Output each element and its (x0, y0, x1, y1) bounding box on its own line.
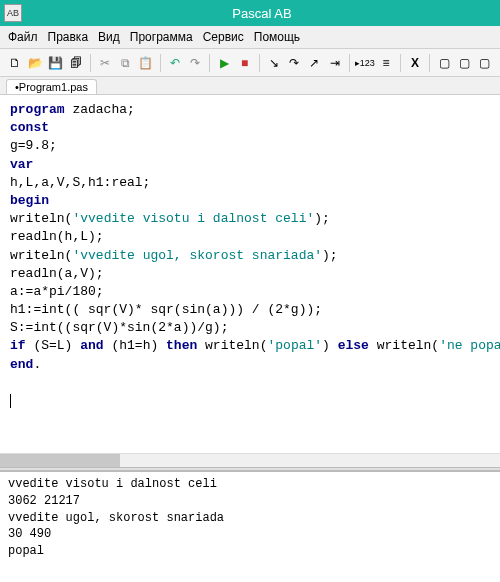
kw: if (10, 338, 26, 353)
output-line: popal (8, 544, 44, 558)
separator-icon (160, 54, 161, 72)
tabbar: •Program1.pas (0, 77, 500, 95)
step-over-icon[interactable]: ↷ (285, 53, 303, 73)
code-text: (h1=h) (104, 338, 166, 353)
separator-icon (349, 54, 350, 72)
str: 'ne popal' (439, 338, 500, 353)
new-file-icon[interactable]: 🗋 (6, 53, 24, 73)
kw: program (10, 102, 65, 117)
toolbar-x-icon[interactable]: X (406, 53, 424, 73)
menubar: Файл Правка Вид Программа Сервис Помощь (0, 26, 500, 49)
code-text: writeln( (369, 338, 439, 353)
copy-icon[interactable]: ⧉ (116, 53, 134, 73)
kw: then (166, 338, 197, 353)
code-text: zadacha; (65, 102, 135, 117)
str: 'vvedite visotu i dalnost celi' (72, 211, 314, 226)
horizontal-scrollbar[interactable] (0, 453, 500, 467)
redo-icon[interactable]: ↷ (186, 53, 204, 73)
kw: and (80, 338, 103, 353)
code-text: a:=a*pi/180; (10, 284, 104, 299)
menu-view[interactable]: Вид (98, 30, 120, 44)
separator-icon (90, 54, 91, 72)
tab-program1[interactable]: •Program1.pas (6, 79, 97, 94)
step-out-icon[interactable]: ↗ (305, 53, 323, 73)
paste-icon[interactable]: 📋 (137, 53, 155, 73)
toolbar-123-icon[interactable]: ▸123 (355, 53, 375, 73)
toolbar-list-icon[interactable]: ≡ (377, 53, 395, 73)
kw: const (10, 120, 49, 135)
trace-icon[interactable]: ⇥ (326, 53, 344, 73)
kw: else (338, 338, 369, 353)
output-line: vvedite visotu i dalnost celi (8, 477, 217, 491)
toolbar-panel1-icon[interactable]: ▢ (435, 53, 453, 73)
output-line: vvedite ugol, skorost snariada (8, 511, 224, 525)
toolbar-panel2-icon[interactable]: ▢ (455, 53, 473, 73)
code-text: writeln( (197, 338, 267, 353)
separator-icon (429, 54, 430, 72)
output-panel[interactable]: vvedite visotu i dalnost celi 3062 21217… (0, 471, 500, 561)
str: 'popal' (267, 338, 322, 353)
menu-edit[interactable]: Правка (48, 30, 89, 44)
window-title: Pascal AB (28, 6, 496, 21)
code-text: ); (314, 211, 330, 226)
separator-icon (209, 54, 210, 72)
code-text: ); (322, 248, 338, 263)
separator-icon (400, 54, 401, 72)
save-all-icon[interactable]: 🗐 (67, 53, 85, 73)
undo-icon[interactable]: ↶ (166, 53, 184, 73)
save-icon[interactable]: 💾 (47, 53, 65, 73)
str: 'vvedite ugol, skorost snariada' (72, 248, 322, 263)
toolbar: 🗋 📂 💾 🗐 ✂ ⧉ 📋 ↶ ↷ ▶ ■ ↘ ↷ ↗ ⇥ ▸123 ≡ X ▢… (0, 49, 500, 77)
step-into-icon[interactable]: ↘ (265, 53, 283, 73)
output-line: 3062 21217 (8, 494, 80, 508)
window-titlebar: AB Pascal AB (0, 0, 500, 26)
separator-icon (259, 54, 260, 72)
app-icon: AB (4, 4, 22, 22)
kw: end (10, 357, 33, 372)
code-text: writeln( (10, 211, 72, 226)
cut-icon[interactable]: ✂ (96, 53, 114, 73)
code-text: (S=L) (26, 338, 81, 353)
code-text: S:=int((sqr(V)*sin(2*a))/g); (10, 320, 228, 335)
code-text: readln(a,V); (10, 266, 104, 281)
menu-service[interactable]: Сервис (203, 30, 244, 44)
code-text: h1:=int(( sqr(V)* sqr(sin(a))) / (2*g)); (10, 302, 322, 317)
scroll-thumb[interactable] (0, 454, 120, 467)
text-cursor (10, 394, 11, 408)
output-line: 30 490 (8, 527, 51, 541)
code-text: readln(h,L); (10, 229, 104, 244)
code-text: g=9.8; (10, 138, 57, 153)
menu-file[interactable]: Файл (8, 30, 38, 44)
run-icon[interactable]: ▶ (215, 53, 233, 73)
code-text: . (33, 357, 41, 372)
menu-program[interactable]: Программа (130, 30, 193, 44)
code-text: h,L,a,V,S,h1:real; (10, 175, 150, 190)
menu-help[interactable]: Помощь (254, 30, 300, 44)
code-editor[interactable]: program zadacha; const g=9.8; var h,L,a,… (0, 95, 500, 453)
stop-icon[interactable]: ■ (236, 53, 254, 73)
open-file-icon[interactable]: 📂 (26, 53, 44, 73)
code-text: ) (322, 338, 338, 353)
code-text: writeln( (10, 248, 72, 263)
kw: var (10, 157, 33, 172)
kw: begin (10, 193, 49, 208)
toolbar-panel3-icon[interactable]: ▢ (476, 53, 494, 73)
